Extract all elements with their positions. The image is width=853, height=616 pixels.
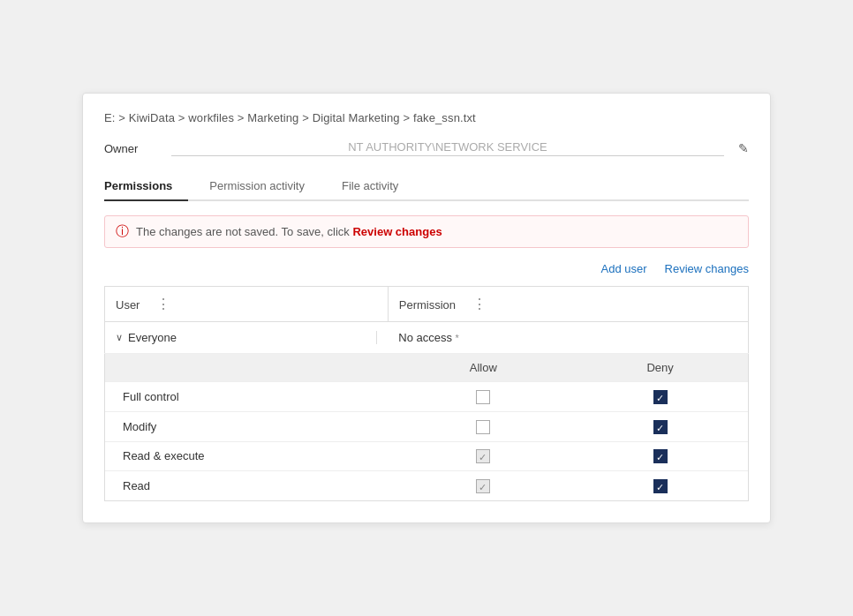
owner-value: NT AUTHORITY\NETWORK SERVICE (171, 140, 724, 156)
allow-col-header: Allow (395, 354, 573, 382)
alert-icon: ⓘ (116, 223, 129, 240)
main-panel: E: > KiwiData > workfiles > Marketing > … (82, 93, 771, 522)
breadcrumb: E: > KiwiData > workfiles > Marketing > … (104, 111, 749, 124)
sub-perm-row: Modify (105, 411, 748, 441)
permission-col-menu-button[interactable]: ⋮ (469, 296, 492, 312)
checkbox-deny-modify[interactable] (653, 420, 668, 434)
user-col-menu-button[interactable]: ⋮ (153, 296, 176, 312)
user-col-header: User ⋮ (105, 287, 389, 322)
allow-modify[interactable] (395, 411, 573, 441)
sub-perm-row: Full control (105, 382, 748, 412)
allow-read-execute[interactable] (395, 441, 573, 471)
perm-label-read-execute: Read & execute (105, 441, 395, 471)
allow-read[interactable] (395, 471, 573, 500)
unsaved-changes-alert: ⓘ The changes are not saved. To save, cl… (104, 215, 749, 248)
checkbox-allow-full-control[interactable] (476, 390, 490, 404)
checkbox-allow-read[interactable] (476, 479, 490, 493)
perm-label-read: Read (105, 471, 395, 500)
table-row: ∨ Everyone No access * (105, 322, 749, 354)
checkbox-allow-read-execute[interactable] (476, 449, 490, 463)
checkbox-deny-full-control[interactable] (653, 390, 668, 404)
alert-review-link[interactable]: Review changes (352, 225, 442, 238)
owner-label: Owner (104, 142, 157, 155)
checkbox-deny-read-execute[interactable] (653, 449, 668, 463)
owner-row: Owner NT AUTHORITY\NETWORK SERVICE ✎ (104, 140, 749, 156)
permission-col-header: Permission ⋮ (388, 287, 748, 322)
alert-message: The changes are not saved. To save, clic… (136, 225, 442, 238)
allow-full-control[interactable] (395, 382, 573, 412)
user-cell: ∨ Everyone (116, 331, 377, 344)
sub-permissions-table: Allow Deny Full control Modify (105, 354, 748, 500)
permission-value: No access * (398, 331, 459, 344)
add-user-button[interactable]: Add user (601, 262, 647, 275)
asterisk: * (456, 333, 459, 343)
edit-owner-icon[interactable]: ✎ (738, 141, 749, 155)
deny-read-execute[interactable] (572, 441, 748, 471)
toolbar: Add user Review changes (104, 262, 749, 275)
checkbox-allow-modify[interactable] (476, 420, 490, 434)
perm-label-full-control: Full control (105, 382, 395, 412)
review-changes-button[interactable]: Review changes (665, 262, 749, 275)
perm-label-modify: Modify (105, 411, 395, 441)
deny-modify[interactable] (572, 411, 748, 441)
sub-perm-row: Read & execute (105, 441, 748, 471)
sub-perm-col-header (105, 354, 395, 382)
sub-perm-row: Read (105, 471, 748, 500)
tabs-container: Permissions Permission activity File act… (104, 172, 749, 201)
user-name: Everyone (128, 331, 177, 344)
permissions-table: User ⋮ Permission ⋮ ∨ Everyone (104, 286, 749, 500)
tab-file-activity[interactable]: File activity (342, 172, 414, 201)
deny-full-control[interactable] (572, 382, 748, 412)
sub-table-row: Allow Deny Full control Modify (105, 354, 749, 500)
tab-permission-activity[interactable]: Permission activity (209, 172, 321, 201)
expand-icon[interactable]: ∨ (116, 332, 123, 343)
checkbox-deny-read[interactable] (653, 479, 668, 493)
sub-table-header: Allow Deny (105, 354, 748, 382)
deny-col-header: Deny (572, 354, 748, 382)
tab-permissions[interactable]: Permissions (104, 172, 188, 201)
deny-read[interactable] (572, 471, 748, 500)
table-header: User ⋮ Permission ⋮ (105, 287, 749, 322)
